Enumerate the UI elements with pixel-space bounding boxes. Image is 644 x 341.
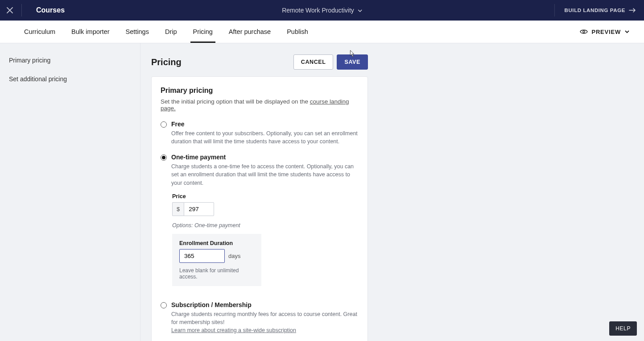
currency-prefix: $ [172,202,184,216]
topbar: Courses Remote Work Productivity BUILD L… [0,0,644,21]
option-label: Free [171,121,359,128]
close-icon [7,7,13,13]
divider [21,4,22,17]
page-title: Pricing [151,57,182,67]
button-label: CANCEL [301,59,326,65]
cursor-icon [348,50,356,58]
option-description: Offer free content to your subscribers. … [171,129,359,146]
desc-text: Charge students recurring monthly fees f… [171,311,357,325]
chevron-down-icon [624,30,630,33]
help-label: HELP [615,325,631,332]
subscription-learn-more-link[interactable]: Learn more about creating a site-wide su… [171,327,296,333]
tab-bulk-importer[interactable]: Bulk importer [63,21,117,43]
tab-pricing[interactable]: Pricing [185,21,221,43]
tab-curriculum[interactable]: Curriculum [16,21,63,43]
tab-settings[interactable]: Settings [118,21,157,43]
sidebar-item-label: Primary pricing [9,57,50,64]
tab-label: Publish [287,28,308,35]
tab-label: Drip [165,28,177,35]
cancel-button[interactable]: CANCEL [293,54,334,70]
topbar-left: Courses [0,0,65,21]
tab-publish[interactable]: Publish [279,21,316,43]
option-subscription: Subscription / Membership Charge student… [161,301,359,334]
card-title: Primary pricing [161,87,359,95]
enroll-suffix: days [228,253,240,259]
subtitle-text: Set the initial pricing option that will… [161,98,310,105]
tab-label: Curriculum [24,28,55,35]
enroll-hint: Leave blank for unlimited access. [179,267,254,280]
eye-icon [580,29,588,34]
option-free: Free Offer free content to your subscrib… [161,121,359,146]
page-actions: CANCEL SAVE [293,54,368,70]
tab-after-purchase[interactable]: After purchase [221,21,279,43]
page-header: Pricing CANCEL SAVE [151,52,368,72]
tab-label: Settings [126,28,149,35]
tabs-bar: Curriculum Bulk importer Settings Drip P… [0,21,644,43]
tab-label: Pricing [193,28,213,35]
caret-down-icon [358,9,362,12]
button-label: SAVE [344,59,360,65]
price-input[interactable] [184,202,214,216]
options-note: Options: One-time payment [172,222,359,229]
course-name: Remote Work Productivity [282,7,354,14]
help-button[interactable]: HELP [609,321,637,336]
enrollment-duration-block: Enrollment Duration days Leave blank for… [172,234,261,286]
topbar-title: Courses [36,6,65,14]
price-input-group: $ [172,202,359,216]
main-panel: Pricing CANCEL SAVE Primary pricing Set … [140,43,644,341]
tab-drip[interactable]: Drip [157,21,185,43]
option-description: Charge students recurring monthly fees f… [171,310,359,334]
sidebar-item-additional-pricing[interactable]: Set additional pricing [0,72,140,87]
left-sidebar: Primary pricing Set additional pricing [0,43,140,341]
radio-onetime[interactable] [161,154,167,161]
radio-subscription[interactable] [161,302,167,308]
primary-pricing-card: Primary pricing Set the initial pricing … [151,76,368,341]
option-onetime: One-time payment Charge students a one-t… [161,154,359,290]
sidebar-item-primary-pricing[interactable]: Primary pricing [0,53,140,68]
course-selector[interactable]: Remote Work Productivity [282,7,362,14]
enrollment-duration-input[interactable] [179,249,225,263]
tab-label: Bulk importer [71,28,109,35]
sidebar-item-label: Set additional pricing [9,75,67,83]
topbar-right: BUILD LANDING PAGE [553,0,644,21]
radio-free[interactable] [161,121,167,128]
arrow-right-icon [629,8,636,13]
content-area: Primary pricing Set additional pricing P… [0,43,644,341]
build-landing-page-button[interactable]: BUILD LANDING PAGE [557,8,644,13]
card-subtitle: Set the initial pricing option that will… [161,98,359,112]
close-button[interactable] [0,0,20,21]
option-description: Charge students a one-time fee to access… [171,162,359,187]
tab-label: After purchase [229,28,271,35]
svg-point-0 [583,31,585,33]
preview-label: PREVIEW [591,29,621,35]
enroll-label: Enrollment Duration [179,240,254,246]
price-block: Price $ Options: One-time payment Enroll… [171,193,359,286]
option-label: Subscription / Membership [171,301,359,308]
divider [554,4,555,17]
landing-label: BUILD LANDING PAGE [565,8,625,13]
option-label: One-time payment [171,154,359,161]
price-label: Price [172,193,359,200]
save-button[interactable]: SAVE [337,54,368,70]
preview-button[interactable]: PREVIEW [580,21,644,43]
